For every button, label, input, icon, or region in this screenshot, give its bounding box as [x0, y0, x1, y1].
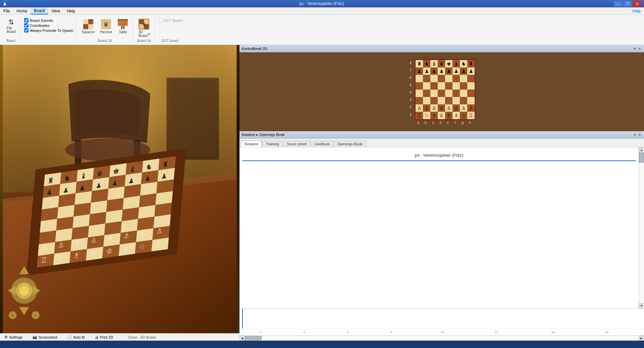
- menu-view[interactable]: View: [48, 7, 63, 14]
- scroll-left-btn[interactable]: ◄: [239, 336, 245, 341]
- board-cell[interactable]: ♖: [467, 112, 475, 119]
- board-cell[interactable]: ♟: [438, 67, 445, 75]
- board-cell[interactable]: ♙: [416, 104, 423, 112]
- board-cell[interactable]: [438, 97, 445, 104]
- board-cell[interactable]: [423, 75, 430, 82]
- board-cell[interactable]: ♗: [452, 112, 460, 119]
- tab-score-sheet[interactable]: Score sheet: [283, 141, 310, 147]
- board-cell[interactable]: [467, 97, 475, 104]
- menu-home[interactable]: Home: [13, 7, 31, 14]
- scroll-up-btn[interactable]: ▲: [639, 147, 644, 153]
- coordinates-input[interactable]: [24, 23, 29, 28]
- board-cell[interactable]: ♙: [460, 104, 467, 112]
- board-cell[interactable]: ♟: [445, 67, 452, 75]
- board-cell[interactable]: ♘: [423, 112, 430, 119]
- board-cell[interactable]: [430, 75, 438, 82]
- graph-scrollbar[interactable]: ◄ ►: [239, 335, 644, 341]
- board-cell[interactable]: [460, 75, 467, 82]
- board-cell[interactable]: ♞: [423, 60, 430, 67]
- board-cell[interactable]: [460, 82, 467, 90]
- board-cell[interactable]: [445, 82, 452, 90]
- settings-button[interactable]: ⚙ Settings: [3, 334, 24, 340]
- board-cell[interactable]: [460, 97, 467, 104]
- minimize-button[interactable]: —: [614, 1, 623, 7]
- dgt-checkbox[interactable]: DGT Board: [158, 17, 182, 24]
- chess-board-2d[interactable]: ♜♞♝♛♚♝♞♜♟♟♟♟♟♟♟♟♙♙♙♙♙♙♙♙♖♘♗♕♔♗♘♖: [415, 59, 476, 120]
- board-cell[interactable]: ♙: [467, 104, 475, 112]
- board-cell[interactable]: ♝: [452, 60, 460, 67]
- panel-close-btn[interactable]: ✕: [637, 47, 642, 50]
- flip-board-button[interactable]: ⇅ FlipBoard: [4, 17, 18, 35]
- board-cell[interactable]: [430, 90, 438, 97]
- board-cell[interactable]: [416, 90, 423, 97]
- square-button[interactable]: Square ▾: [80, 18, 97, 35]
- h-scroll-thumb[interactable]: [245, 336, 262, 340]
- table-button[interactable]: Table: [115, 18, 130, 35]
- notation-scrollbar[interactable]: ▲ ▼: [639, 147, 644, 308]
- board-cell[interactable]: ♟: [416, 67, 423, 75]
- menu-help[interactable]: Help: [63, 7, 78, 14]
- board-cell[interactable]: ♜: [416, 60, 423, 67]
- board-cell[interactable]: ♙: [445, 104, 452, 112]
- notation-content[interactable]: ps - Vereinsspieler (Fritz): [239, 147, 639, 308]
- board-sounds-input[interactable]: [24, 18, 29, 22]
- restore-button[interactable]: ❐: [623, 1, 632, 7]
- scroll-thumb[interactable]: [639, 153, 644, 163]
- board-cell[interactable]: [438, 82, 445, 90]
- autofit-button[interactable]: ⬜ Auto fit: [65, 334, 86, 340]
- board-cell[interactable]: [430, 97, 438, 104]
- board-cell[interactable]: ♖: [416, 112, 423, 119]
- board-cell[interactable]: [452, 90, 460, 97]
- tab-training[interactable]: Training: [262, 141, 283, 147]
- board-cell[interactable]: ♙: [452, 104, 460, 112]
- board-cell[interactable]: [430, 82, 438, 90]
- menu-board[interactable]: Board: [31, 7, 48, 14]
- board-cell[interactable]: ♝: [430, 60, 438, 67]
- board-cell[interactable]: [445, 90, 452, 97]
- notation-panel-close[interactable]: ✕: [637, 133, 642, 137]
- board-sounds-checkbox[interactable]: Board Sounds: [24, 18, 73, 22]
- board-cell[interactable]: ♟: [423, 67, 430, 75]
- board-cell[interactable]: [416, 82, 423, 90]
- board-cell[interactable]: [467, 82, 475, 90]
- board-cell[interactable]: ♙: [430, 104, 438, 112]
- h-scroll-track[interactable]: [245, 336, 639, 341]
- board-cell[interactable]: ♚: [445, 60, 452, 67]
- help-link[interactable]: Help: [632, 9, 644, 13]
- dgt-input[interactable]: [158, 18, 162, 22]
- menu-file[interactable]: File: [0, 7, 13, 14]
- tab-openings-book[interactable]: Openings Book: [333, 141, 366, 147]
- board-cell[interactable]: [445, 97, 452, 104]
- board-cell[interactable]: [445, 75, 452, 82]
- board-cell[interactable]: [452, 82, 460, 90]
- board-cell[interactable]: ♕: [438, 112, 445, 119]
- board-cell[interactable]: [438, 90, 445, 97]
- board-cell[interactable]: [416, 75, 423, 82]
- board-cell[interactable]: ♙: [423, 104, 430, 112]
- promote-queen-checkbox[interactable]: Always Promote To Queen: [24, 28, 73, 33]
- board-cell[interactable]: [452, 97, 460, 104]
- board-cell[interactable]: ♙: [438, 104, 445, 112]
- panel-minimize-btn[interactable]: ▾: [633, 47, 637, 50]
- tab-livebook[interactable]: LiveBook: [311, 141, 333, 147]
- board-cell[interactable]: ♘: [460, 112, 467, 119]
- board-cell[interactable]: [423, 90, 430, 97]
- print3d-button[interactable]: 🖨 Print 3D: [93, 335, 115, 340]
- board-cell[interactable]: ♟: [430, 67, 438, 75]
- screenshot-button[interactable]: 📷 Screenshot: [31, 334, 59, 340]
- close-button[interactable]: ✕: [633, 1, 641, 7]
- board-cell[interactable]: ♟: [467, 67, 475, 75]
- board-cell[interactable]: ♟: [452, 67, 460, 75]
- 3d-board-button[interactable]: ♛ 3DBoard ▾: [137, 18, 152, 38]
- scroll-down-btn[interactable]: ▼: [639, 303, 644, 308]
- board-cell[interactable]: ♜: [467, 60, 475, 67]
- board-cell[interactable]: [460, 90, 467, 97]
- pieces-button[interactable]: ♛ Pieces ▾: [98, 18, 114, 35]
- board-cell[interactable]: [452, 75, 460, 82]
- scroll-right-btn[interactable]: ►: [639, 336, 644, 341]
- board-cell[interactable]: [438, 75, 445, 82]
- board-cell[interactable]: ♞: [460, 60, 467, 67]
- board-cell[interactable]: ♗: [430, 112, 438, 119]
- notation-panel-minimize[interactable]: ▾: [633, 133, 637, 137]
- board-cell[interactable]: ♟: [460, 67, 467, 75]
